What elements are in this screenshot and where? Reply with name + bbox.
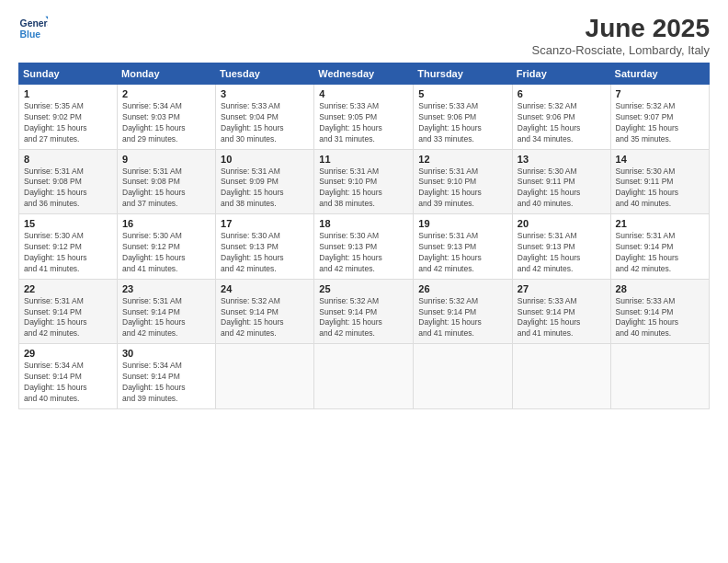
calendar-cell: 2Sunrise: 5:34 AM Sunset: 9:03 PM Daylig… xyxy=(118,85,216,150)
calendar-cell: 30Sunrise: 5:34 AM Sunset: 9:14 PM Dayli… xyxy=(118,344,216,409)
day-info: Sunrise: 5:31 AM Sunset: 9:08 PM Dayligh… xyxy=(122,167,210,211)
day-number: 15 xyxy=(24,218,112,229)
calendar-cell xyxy=(314,344,414,409)
day-info: Sunrise: 5:32 AM Sunset: 9:14 PM Dayligh… xyxy=(319,296,408,340)
day-number: 7 xyxy=(616,88,704,99)
day-number: 26 xyxy=(418,283,506,294)
calendar-cell: 16Sunrise: 5:30 AM Sunset: 9:12 PM Dayli… xyxy=(118,214,216,280)
calendar-cell: 24Sunrise: 5:32 AM Sunset: 9:14 PM Dayli… xyxy=(216,279,314,344)
day-number: 29 xyxy=(24,348,112,359)
day-number: 18 xyxy=(319,218,408,229)
day-info: Sunrise: 5:31 AM Sunset: 9:14 PM Dayligh… xyxy=(24,296,112,340)
day-number: 3 xyxy=(221,88,309,99)
svg-text:General: General xyxy=(20,18,48,29)
day-number: 6 xyxy=(518,88,606,99)
day-info: Sunrise: 5:30 AM Sunset: 9:11 PM Dayligh… xyxy=(518,167,606,211)
day-info: Sunrise: 5:31 AM Sunset: 9:13 PM Dayligh… xyxy=(418,231,506,275)
day-info: Sunrise: 5:31 AM Sunset: 9:09 PM Dayligh… xyxy=(221,167,309,211)
day-info: Sunrise: 5:35 AM Sunset: 9:02 PM Dayligh… xyxy=(24,101,112,145)
calendar-cell: 25Sunrise: 5:32 AM Sunset: 9:14 PM Dayli… xyxy=(314,279,414,344)
calendar-cell: 18Sunrise: 5:30 AM Sunset: 9:13 PM Dayli… xyxy=(314,214,414,280)
day-info: Sunrise: 5:32 AM Sunset: 9:06 PM Dayligh… xyxy=(518,101,606,145)
day-number: 16 xyxy=(122,218,210,229)
calendar-cell: 4Sunrise: 5:33 AM Sunset: 9:05 PM Daylig… xyxy=(314,85,414,150)
calendar-week-2: 8Sunrise: 5:31 AM Sunset: 9:08 PM Daylig… xyxy=(19,149,710,214)
calendar-cell xyxy=(610,344,709,409)
day-info: Sunrise: 5:31 AM Sunset: 9:13 PM Dayligh… xyxy=(518,231,606,275)
day-number: 12 xyxy=(418,154,506,165)
day-info: Sunrise: 5:31 AM Sunset: 9:10 PM Dayligh… xyxy=(319,167,408,211)
day-number: 28 xyxy=(616,283,704,294)
calendar-cell: 8Sunrise: 5:31 AM Sunset: 9:08 PM Daylig… xyxy=(19,149,118,214)
calendar-cell: 7Sunrise: 5:32 AM Sunset: 9:07 PM Daylig… xyxy=(610,85,709,150)
day-info: Sunrise: 5:33 AM Sunset: 9:14 PM Dayligh… xyxy=(518,296,606,340)
day-info: Sunrise: 5:30 AM Sunset: 9:12 PM Dayligh… xyxy=(24,231,112,275)
day-info: Sunrise: 5:30 AM Sunset: 9:12 PM Dayligh… xyxy=(122,231,210,275)
day-number: 5 xyxy=(418,88,506,99)
col-friday: Friday xyxy=(512,63,610,85)
calendar-cell: 17Sunrise: 5:30 AM Sunset: 9:13 PM Dayli… xyxy=(216,214,314,280)
col-sunday: Sunday xyxy=(19,63,118,85)
calendar-cell xyxy=(216,344,314,409)
day-info: Sunrise: 5:34 AM Sunset: 9:14 PM Dayligh… xyxy=(122,361,210,405)
day-number: 9 xyxy=(122,154,210,165)
day-info: Sunrise: 5:30 AM Sunset: 9:11 PM Dayligh… xyxy=(616,167,704,211)
logo: General Blue xyxy=(18,14,48,43)
calendar-cell: 13Sunrise: 5:30 AM Sunset: 9:11 PM Dayli… xyxy=(512,149,610,214)
day-info: Sunrise: 5:31 AM Sunset: 9:14 PM Dayligh… xyxy=(122,296,210,340)
calendar-cell: 27Sunrise: 5:33 AM Sunset: 9:14 PM Dayli… xyxy=(512,279,610,344)
calendar-cell: 23Sunrise: 5:31 AM Sunset: 9:14 PM Dayli… xyxy=(118,279,216,344)
page: General Blue June 2025 Scanzo-Rosciate, … xyxy=(0,0,728,563)
calendar-cell: 29Sunrise: 5:34 AM Sunset: 9:14 PM Dayli… xyxy=(19,344,118,409)
day-number: 30 xyxy=(122,348,210,359)
day-number: 21 xyxy=(616,218,704,229)
day-number: 8 xyxy=(24,154,112,165)
calendar-cell: 3Sunrise: 5:33 AM Sunset: 9:04 PM Daylig… xyxy=(216,85,314,150)
calendar-table: Sunday Monday Tuesday Wednesday Thursday… xyxy=(18,63,710,409)
day-info: Sunrise: 5:33 AM Sunset: 9:04 PM Dayligh… xyxy=(221,101,309,145)
col-wednesday: Wednesday xyxy=(314,63,414,85)
day-number: 24 xyxy=(221,283,309,294)
day-info: Sunrise: 5:31 AM Sunset: 9:10 PM Dayligh… xyxy=(418,167,506,211)
calendar-cell: 9Sunrise: 5:31 AM Sunset: 9:08 PM Daylig… xyxy=(118,149,216,214)
day-number: 25 xyxy=(319,283,408,294)
header: General Blue June 2025 Scanzo-Rosciate, … xyxy=(18,14,710,57)
title-block: June 2025 Scanzo-Rosciate, Lombardy, Ita… xyxy=(532,14,710,57)
calendar-week-3: 15Sunrise: 5:30 AM Sunset: 9:12 PM Dayli… xyxy=(19,214,710,280)
day-number: 13 xyxy=(518,154,606,165)
month-title: June 2025 xyxy=(532,14,710,43)
calendar-header-row: Sunday Monday Tuesday Wednesday Thursday… xyxy=(19,63,710,85)
calendar-cell: 10Sunrise: 5:31 AM Sunset: 9:09 PM Dayli… xyxy=(216,149,314,214)
day-info: Sunrise: 5:31 AM Sunset: 9:14 PM Dayligh… xyxy=(616,231,704,275)
day-info: Sunrise: 5:34 AM Sunset: 9:14 PM Dayligh… xyxy=(24,361,112,405)
calendar-cell: 20Sunrise: 5:31 AM Sunset: 9:13 PM Dayli… xyxy=(512,214,610,280)
day-number: 2 xyxy=(122,88,210,99)
logo-icon: General Blue xyxy=(18,14,48,43)
calendar-cell: 21Sunrise: 5:31 AM Sunset: 9:14 PM Dayli… xyxy=(610,214,709,280)
day-info: Sunrise: 5:30 AM Sunset: 9:13 PM Dayligh… xyxy=(221,231,309,275)
day-info: Sunrise: 5:33 AM Sunset: 9:05 PM Dayligh… xyxy=(319,101,408,145)
col-thursday: Thursday xyxy=(414,63,512,85)
calendar-cell: 5Sunrise: 5:33 AM Sunset: 9:06 PM Daylig… xyxy=(414,85,512,150)
day-number: 23 xyxy=(122,283,210,294)
day-number: 4 xyxy=(319,88,408,99)
day-number: 27 xyxy=(518,283,606,294)
calendar-cell xyxy=(512,344,610,409)
day-number: 11 xyxy=(319,154,408,165)
day-info: Sunrise: 5:30 AM Sunset: 9:13 PM Dayligh… xyxy=(319,231,408,275)
day-info: Sunrise: 5:32 AM Sunset: 9:14 PM Dayligh… xyxy=(221,296,309,340)
location-title: Scanzo-Rosciate, Lombardy, Italy xyxy=(532,43,710,57)
day-info: Sunrise: 5:33 AM Sunset: 9:06 PM Dayligh… xyxy=(418,101,506,145)
calendar-cell xyxy=(414,344,512,409)
calendar-cell: 6Sunrise: 5:32 AM Sunset: 9:06 PM Daylig… xyxy=(512,85,610,150)
day-info: Sunrise: 5:33 AM Sunset: 9:14 PM Dayligh… xyxy=(616,296,704,340)
day-number: 22 xyxy=(24,283,112,294)
calendar-cell: 12Sunrise: 5:31 AM Sunset: 9:10 PM Dayli… xyxy=(414,149,512,214)
calendar-cell: 28Sunrise: 5:33 AM Sunset: 9:14 PM Dayli… xyxy=(610,279,709,344)
col-tuesday: Tuesday xyxy=(216,63,314,85)
calendar-cell: 14Sunrise: 5:30 AM Sunset: 9:11 PM Dayli… xyxy=(610,149,709,214)
day-info: Sunrise: 5:34 AM Sunset: 9:03 PM Dayligh… xyxy=(122,101,210,145)
day-number: 17 xyxy=(221,218,309,229)
day-number: 14 xyxy=(616,154,704,165)
calendar-cell: 1Sunrise: 5:35 AM Sunset: 9:02 PM Daylig… xyxy=(19,85,118,150)
